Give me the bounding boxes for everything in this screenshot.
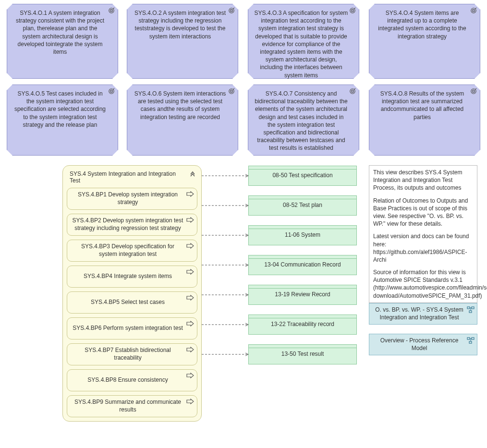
svg-point-6 [231,10,232,11]
arrow-icon [186,373,194,378]
target-icon [349,88,356,95]
target-icon [228,7,235,14]
outcome-sys4o5[interactable]: SYS.4.O.5 Test cases included in the sys… [7,85,118,156]
outcome-sys4o2[interactable]: SYS.4.O.2 A system integration test stra… [127,4,238,79]
svg-line-23 [233,88,235,90]
output-13-19[interactable]: 13-19 Review Record [248,285,357,305]
bp-sys4bp1[interactable]: SYS.4.BP1 Develop system integration str… [67,188,197,210]
collapse-icon[interactable] [189,170,196,177]
bp-text: SYS.4.BP8 Ensure consistency [87,376,168,384]
outcome-sys4o3[interactable]: SYS.4.O.3 A specification for system int… [248,4,359,79]
bp-sys4bp3[interactable]: SYS.4.BP3 Develop specification for syst… [67,240,197,262]
output-13-04[interactable]: 13-04 Communication Record [248,255,357,275]
outcome-text: SYS.4.O.3 A specification for system int… [255,10,348,79]
link-o-vs-bp-vs-wp[interactable]: O. vs. BP. vs. WP. - SYS.4 System Integr… [369,303,477,325]
svg-line-19 [113,88,115,90]
arrow-icon [186,217,194,223]
bp-text: SYS.4.BP2 Develop system integration tes… [72,217,183,232]
svg-rect-39 [469,341,472,343]
output-text: 13-19 Review Record [275,291,330,299]
view-icon [467,337,475,344]
arrow-icon [186,347,194,352]
target-icon [470,7,477,14]
output-13-50[interactable]: 13-50 Test result [248,344,357,364]
output-text: 11-06 System [285,231,320,239]
bp-sys4bp8[interactable]: SYS.4.BP8 Ensure consistency [67,369,197,391]
note-p3: Latest version and docs can be found her… [373,232,473,264]
outcome-text: SYS.4.O.6 System item interactions are t… [134,90,226,121]
outcome-text: SYS.4.O.8 Results of the system integrat… [380,90,464,121]
bp-text: SYS.4.BP5 Select test cases [91,299,165,306]
outcome-sys4o7[interactable]: SYS.4.O.7 Consistency and bidirectional … [248,85,359,156]
svg-point-18 [111,91,112,92]
output-13-22[interactable]: 13-22 Traceability record [248,315,357,335]
outcome-sys4o1[interactable]: SYS.4.O.1 A system integration strategy … [7,4,118,79]
output-text: 08-52 Test plan [283,202,322,209]
note-p2: Relation of Outcomes to Outputs and Base… [373,197,473,228]
link-text: Overview - Process Reference Model [374,337,464,352]
svg-line-11 [354,8,356,9]
bp-sys4bp2[interactable]: SYS.4.BP2 Develop system integration tes… [67,214,197,236]
output-text: 13-50 Test result [281,351,324,358]
output-text: 13-22 Traceability record [271,321,334,328]
view-icon [467,306,475,314]
svg-line-3 [113,8,115,9]
svg-rect-32 [467,307,470,309]
process-title: SYS.4 System Integration and Integration… [70,170,176,184]
bp-text: SYS.4.BP1 Develop system integration str… [72,191,183,206]
svg-line-7 [233,8,235,9]
note-p1: This view describes SYS.4 System Integra… [373,169,473,192]
svg-rect-37 [467,338,470,339]
svg-point-22 [231,91,232,92]
output-text: 08-50 Test specification [272,172,332,180]
outcome-text: SYS.4.O.4 System items are integrated up… [378,10,466,40]
bp-text: SYS.4.BP3 Develop specification for syst… [72,243,183,258]
process-sys4[interactable]: SYS.4 System Integration and Integration… [62,165,202,422]
svg-rect-33 [472,307,474,309]
svg-line-27 [354,88,356,90]
svg-line-31 [475,88,477,90]
bp-text: SYS.4.BP6 Perform system integration tes… [73,325,183,332]
target-icon [470,88,477,95]
outcome-text: SYS.4.O.7 Consistency and bidirectional … [255,90,347,151]
bp-sys4bp4[interactable]: SYS.4.BP4 Integrate system items [67,266,197,288]
bp-text: SYS.4.BP7 Establish bidirectional tracea… [72,347,183,362]
arrow-icon [186,321,194,327]
bp-sys4bp6[interactable]: SYS.4.BP6 Perform system integration tes… [67,317,197,339]
output-08-52[interactable]: 08-52 Test plan [248,195,357,216]
output-08-50[interactable]: 08-50 Test specification [248,166,357,186]
svg-point-30 [473,91,474,92]
process-header: SYS.4 System Integration and Integration… [67,170,197,188]
outcome-text: SYS.4.O.2 A system integration test stra… [134,10,226,40]
output-text: 13-04 Communication Record [264,261,341,269]
outcome-sys4o4[interactable]: SYS.4.O.4 System items are integrated up… [369,4,480,79]
target-icon [108,88,115,95]
description-note: This view describes SYS.4 System Integra… [369,165,477,303]
output-11-06[interactable]: 11-06 System [248,225,357,245]
arrow-icon [186,399,194,404]
svg-point-14 [473,10,474,11]
target-icon [228,88,235,95]
bp-text: SYS.4.BP9 Summarize and communicate resu… [72,399,183,413]
link-text: O. vs. BP. vs. WP. - SYS.4 System Integr… [374,306,464,321]
bp-sys4bp5[interactable]: SYS.4.BP5 Select test cases [67,291,197,314]
diagram-canvas: SYS.4.O.1 A system integration strategy … [0,0,487,448]
svg-rect-38 [472,338,474,339]
target-icon [108,7,115,14]
arrow-icon [186,191,194,197]
outcome-sys4o8[interactable]: SYS.4.O.8 Results of the system integrat… [369,85,480,156]
arrow-icon [186,269,194,275]
svg-point-26 [352,91,353,92]
svg-rect-34 [469,311,472,313]
bp-sys4bp7[interactable]: SYS.4.BP7 Establish bidirectional tracea… [67,343,197,365]
outcome-sys4o6[interactable]: SYS.4.O.6 System item interactions are t… [127,85,238,156]
target-icon [349,7,356,14]
note-p4: Source of information for this view is A… [373,268,473,300]
outcome-text: SYS.4.O.5 Test cases included in the sys… [14,90,106,128]
bp-text: SYS.4.BP4 Integrate system items [84,273,172,280]
svg-point-10 [352,10,353,11]
svg-line-15 [475,8,477,9]
bp-sys4bp9[interactable]: SYS.4.BP9 Summarize and communicate resu… [67,395,197,417]
arrow-icon [186,243,194,249]
link-overview-prm[interactable]: Overview - Process Reference Model [369,334,477,355]
